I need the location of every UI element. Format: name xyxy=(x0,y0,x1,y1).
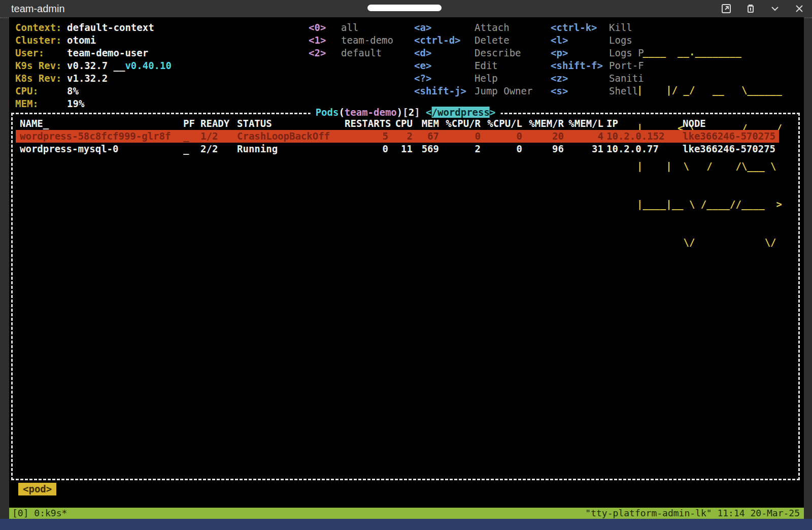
menu-item-delete[interactable]: <ctrl-d> Delete xyxy=(414,34,532,47)
hotkey-label: default xyxy=(341,47,382,59)
hotkey: <p> xyxy=(551,47,609,59)
pod-cpu-r: 2 xyxy=(442,143,484,155)
cluster-info: Context: default-context Cluster: otomi … xyxy=(15,21,172,110)
trash-icon[interactable] xyxy=(745,3,756,14)
column-header-mem-l[interactable]: %MEM/L xyxy=(567,117,606,130)
pod-status: CrashLoopBackOff xyxy=(237,130,345,143)
pod-ip: 10.2.0.77 xyxy=(606,143,683,155)
column-header-name[interactable]: NAME_ xyxy=(16,117,183,130)
column-header-ready[interactable]: READY xyxy=(200,117,237,130)
column-header-ip[interactable]: IP xyxy=(606,117,683,130)
hotkey: <ctrl-d> xyxy=(414,34,475,47)
pod-name: wordpress-58c8fcf999-glr8f xyxy=(16,130,183,143)
column-header-mem[interactable]: MEM xyxy=(416,117,442,130)
tmux-session-window[interactable]: [0] 0:k9s* xyxy=(9,508,67,519)
column-header-status[interactable]: STATUS xyxy=(237,117,345,130)
menu-label: Describe xyxy=(475,47,521,59)
terminal-window: team-admin Context: default-context xyxy=(0,0,812,519)
hotkey: <shift-f> xyxy=(551,59,609,72)
menu-label: Edit xyxy=(475,59,498,72)
cluster-value: otomi xyxy=(67,34,96,47)
mem-value: 19% xyxy=(67,97,84,110)
info-cluster: Cluster: otomi xyxy=(15,34,172,47)
close-icon[interactable] xyxy=(794,3,805,14)
namespace-item-team-demo[interactable]: <1> team-demo xyxy=(309,34,393,47)
info-k9s-rev: K9s Rev: v0.32.7 __ v0.40.10 xyxy=(15,59,172,72)
menu-item-logs-previous[interactable]: <p> Logs P xyxy=(551,47,644,59)
hotkey: <e> xyxy=(414,59,475,72)
hotkey: <s> xyxy=(551,85,609,97)
namespace-hotkeys: <0> all <1> team-demo <2> default xyxy=(309,21,393,59)
namespace-item-all[interactable]: <0> all xyxy=(309,21,393,34)
chevron-down-icon[interactable] xyxy=(769,3,781,14)
menu-label: Delete xyxy=(475,34,510,47)
column-header-pf[interactable]: PF xyxy=(183,117,200,130)
pod-name: wordpress-mysql-0 xyxy=(16,143,183,155)
hotkey: <shift-j> xyxy=(414,85,475,97)
menu-item-jump-owner[interactable]: <shift-j> Jump Owner xyxy=(414,85,532,97)
info-k8s-rev: K8s Rev: v1.32.2 xyxy=(15,72,172,85)
info-mem: MEM: 19% xyxy=(15,97,172,110)
menu-item-help[interactable]: <?> Help xyxy=(414,72,532,85)
hotkey: <z> xyxy=(551,72,609,85)
user-value: team-demo-user xyxy=(67,47,148,59)
pod-ip: 10.2.0.152 xyxy=(606,130,683,143)
tmux-host-clock: "tty-platform-admin-lk" 11:14 20-Mar-25 xyxy=(585,508,804,519)
pod-mem-l: 31 xyxy=(567,143,606,155)
menu-item-sanitize[interactable]: <z> Saniti xyxy=(551,72,644,85)
menu-item-kill[interactable]: <ctrl-k> Kill xyxy=(551,21,644,34)
column-header-cpu-r[interactable]: %CPU/R xyxy=(442,117,484,130)
pod-node: lke366246-570275 xyxy=(683,143,779,155)
pod-cpu: 11 xyxy=(391,143,416,155)
hotkey: <?> xyxy=(414,72,475,85)
cpu-label: CPU: xyxy=(15,85,67,97)
pod-status: Running xyxy=(237,143,345,155)
menu-label: Jump Owner xyxy=(475,85,532,97)
logo-line: | |/ _/ __ \______ xyxy=(637,84,782,96)
pods-table: NAME_ PF READY STATUS RESTARTS CPU MEM %… xyxy=(13,114,798,479)
menu-item-attach[interactable]: <a> Attach xyxy=(414,21,532,34)
pod-node: lke366246-570275 xyxy=(683,130,779,143)
menu-item-shell[interactable]: <s> Shell xyxy=(551,85,644,97)
hotkey: <ctrl-k> xyxy=(551,21,609,34)
column-header-cpu[interactable]: CPU xyxy=(391,117,416,130)
desktop-strip xyxy=(0,519,812,530)
hotkey: <2> xyxy=(309,47,341,59)
pod-mem-l: 4 xyxy=(567,130,606,143)
breadcrumb-pod[interactable]: <pod> xyxy=(18,483,56,495)
pod-cpu-l: 0 xyxy=(484,130,525,143)
pod-cpu-l: 0 xyxy=(484,143,525,155)
breadcrumb: <pod> xyxy=(18,483,56,495)
namespace-item-default[interactable]: <2> default xyxy=(309,47,393,59)
menu-item-edit[interactable]: <e> Edit xyxy=(414,59,532,72)
hotkey: <0> xyxy=(309,21,341,34)
window-title: team-admin xyxy=(11,3,65,15)
open-in-new-icon[interactable] xyxy=(721,3,732,14)
hotkey-label: all xyxy=(341,21,358,34)
context-value: default-context xyxy=(67,21,154,34)
pods-panel: Pods(team-demo)[2] </wordpress> NAME_ PF… xyxy=(11,113,800,480)
k9s-terminal: Context: default-context Cluster: otomi … xyxy=(9,17,804,519)
info-context: Context: default-context xyxy=(15,21,172,34)
column-header-cpu-l[interactable]: %CPU/L xyxy=(484,117,525,130)
pod-pf: _ xyxy=(183,143,200,155)
cluster-label: Cluster: xyxy=(15,34,67,47)
pod-restarts: 0 xyxy=(345,143,391,155)
action-menu-right: <ctrl-k> Kill <l> Logs <p> Logs P <shift… xyxy=(551,21,644,97)
pod-mem-r: 96 xyxy=(525,143,567,155)
pod-mem-r: 20 xyxy=(525,130,567,143)
logo-line: ____ __.________ xyxy=(637,46,782,58)
column-header-node[interactable]: NODE xyxy=(683,117,779,130)
drag-handle-pill[interactable] xyxy=(367,5,442,11)
table-row[interactable]: wordpress-mysql-0 _ 2/2 Running 0 11 569… xyxy=(16,143,779,155)
k8s-rev-label: K8s Rev: xyxy=(15,72,67,85)
menu-item-port-forward[interactable]: <shift-f> Port-F xyxy=(551,59,644,72)
pod-pf: _ xyxy=(183,130,200,143)
menu-item-describe[interactable]: <d> Describe xyxy=(414,47,532,59)
menu-item-logs[interactable]: <l> Logs xyxy=(551,34,644,47)
column-header-restarts[interactable]: RESTARTS xyxy=(345,117,391,130)
table-row[interactable]: wordpress-58c8fcf999-glr8f _ 1/2 CrashLo… xyxy=(16,130,779,143)
column-header-mem-r[interactable]: %MEM/R xyxy=(525,117,567,130)
menu-label: Kill xyxy=(609,21,632,34)
pod-ready: 1/2 xyxy=(200,130,237,143)
